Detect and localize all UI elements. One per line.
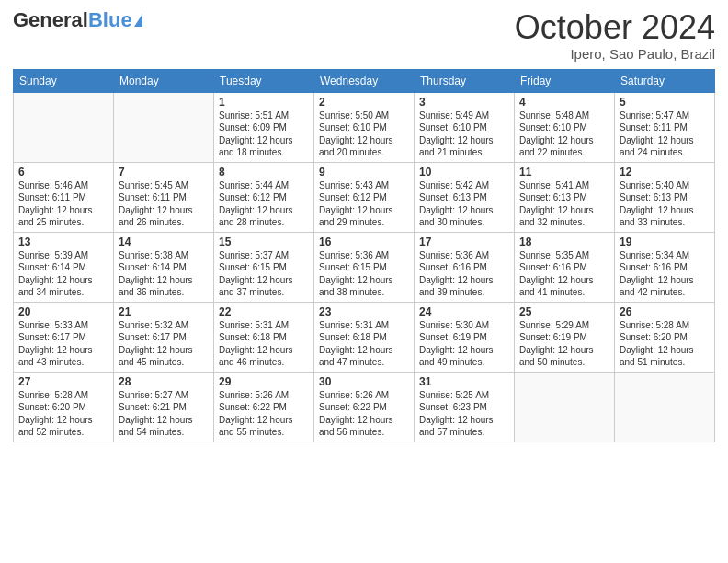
table-row xyxy=(615,372,715,442)
table-row: 8Sunrise: 5:44 AMSunset: 6:12 PMDaylight… xyxy=(214,162,314,232)
col-tuesday: Tuesday xyxy=(214,69,314,92)
day-content: Sunrise: 5:47 AMSunset: 6:11 PMDaylight:… xyxy=(620,109,710,159)
table-row: 5Sunrise: 5:47 AMSunset: 6:11 PMDaylight… xyxy=(615,92,715,162)
table-row: 10Sunrise: 5:42 AMSunset: 6:13 PMDayligh… xyxy=(415,162,515,232)
table-row: 26Sunrise: 5:28 AMSunset: 6:20 PMDayligh… xyxy=(615,302,715,372)
day-content: Sunrise: 5:25 AMSunset: 6:23 PMDaylight:… xyxy=(419,389,509,439)
day-content: Sunrise: 5:37 AMSunset: 6:15 PMDaylight:… xyxy=(219,249,309,299)
day-number: 25 xyxy=(519,305,609,318)
day-content: Sunrise: 5:26 AMSunset: 6:22 PMDaylight:… xyxy=(319,389,409,439)
day-number: 31 xyxy=(419,375,509,388)
day-content: Sunrise: 5:44 AMSunset: 6:12 PMDaylight:… xyxy=(219,179,309,229)
table-row: 11Sunrise: 5:41 AMSunset: 6:13 PMDayligh… xyxy=(515,162,615,232)
calendar-row: 13Sunrise: 5:39 AMSunset: 6:14 PMDayligh… xyxy=(14,232,715,302)
day-number: 16 xyxy=(319,236,409,248)
table-row: 18Sunrise: 5:35 AMSunset: 6:16 PMDayligh… xyxy=(515,232,615,302)
title-section: October 2024 Ipero, Sao Paulo, Brazil xyxy=(515,9,715,62)
day-number: 14 xyxy=(119,236,209,248)
calendar-header-row: Sunday Monday Tuesday Wednesday Thursday… xyxy=(14,69,715,92)
col-monday: Monday xyxy=(114,69,214,92)
table-row xyxy=(14,92,114,162)
day-number: 13 xyxy=(18,236,108,248)
day-number: 2 xyxy=(319,96,409,109)
day-content: Sunrise: 5:45 AMSunset: 6:11 PMDaylight:… xyxy=(119,179,209,229)
table-row: 29Sunrise: 5:26 AMSunset: 6:22 PMDayligh… xyxy=(214,372,314,442)
day-number: 4 xyxy=(519,96,609,109)
day-number: 6 xyxy=(18,166,108,178)
day-content: Sunrise: 5:31 AMSunset: 6:18 PMDaylight:… xyxy=(219,319,309,369)
day-content: Sunrise: 5:28 AMSunset: 6:20 PMDaylight:… xyxy=(18,389,108,439)
day-number: 1 xyxy=(219,96,309,109)
calendar-row: 6Sunrise: 5:46 AMSunset: 6:11 PMDaylight… xyxy=(14,162,715,232)
logo-text: GeneralBlue xyxy=(13,9,132,31)
day-content: Sunrise: 5:26 AMSunset: 6:22 PMDaylight:… xyxy=(219,389,309,439)
day-number: 12 xyxy=(620,166,710,178)
table-row: 9Sunrise: 5:43 AMSunset: 6:12 PMDaylight… xyxy=(314,162,415,232)
day-content: Sunrise: 5:28 AMSunset: 6:20 PMDaylight:… xyxy=(620,319,710,369)
day-number: 7 xyxy=(119,166,209,178)
day-content: Sunrise: 5:41 AMSunset: 6:13 PMDaylight:… xyxy=(519,179,609,229)
day-number: 17 xyxy=(419,236,509,248)
page-container: GeneralBlue October 2024 Ipero, Sao Paul… xyxy=(0,0,728,452)
table-row: 7Sunrise: 5:45 AMSunset: 6:11 PMDaylight… xyxy=(114,162,214,232)
table-row: 21Sunrise: 5:32 AMSunset: 6:17 PMDayligh… xyxy=(114,302,214,372)
day-number: 29 xyxy=(219,375,309,388)
table-row: 23Sunrise: 5:31 AMSunset: 6:18 PMDayligh… xyxy=(314,302,415,372)
col-sunday: Sunday xyxy=(14,69,114,92)
day-content: Sunrise: 5:36 AMSunset: 6:16 PMDaylight:… xyxy=(419,249,509,299)
day-number: 15 xyxy=(219,236,309,248)
day-number: 9 xyxy=(319,166,409,178)
calendar-row: 27Sunrise: 5:28 AMSunset: 6:20 PMDayligh… xyxy=(14,372,715,442)
calendar-row: 20Sunrise: 5:33 AMSunset: 6:17 PMDayligh… xyxy=(14,302,715,372)
table-row: 25Sunrise: 5:29 AMSunset: 6:19 PMDayligh… xyxy=(515,302,615,372)
table-row: 30Sunrise: 5:26 AMSunset: 6:22 PMDayligh… xyxy=(314,372,415,442)
day-content: Sunrise: 5:51 AMSunset: 6:09 PMDaylight:… xyxy=(219,109,309,159)
table-row xyxy=(114,92,214,162)
day-number: 23 xyxy=(319,305,409,318)
day-content: Sunrise: 5:27 AMSunset: 6:21 PMDaylight:… xyxy=(119,389,209,439)
table-row: 6Sunrise: 5:46 AMSunset: 6:11 PMDaylight… xyxy=(14,162,114,232)
table-row: 24Sunrise: 5:30 AMSunset: 6:19 PMDayligh… xyxy=(415,302,515,372)
day-content: Sunrise: 5:46 AMSunset: 6:11 PMDaylight:… xyxy=(18,179,108,229)
table-row: 19Sunrise: 5:34 AMSunset: 6:16 PMDayligh… xyxy=(615,232,715,302)
day-content: Sunrise: 5:35 AMSunset: 6:16 PMDaylight:… xyxy=(519,249,609,299)
calendar-row: 1Sunrise: 5:51 AMSunset: 6:09 PMDaylight… xyxy=(14,92,715,162)
page-header: GeneralBlue October 2024 Ipero, Sao Paul… xyxy=(13,9,715,62)
day-number: 21 xyxy=(119,305,209,318)
table-row: 12Sunrise: 5:40 AMSunset: 6:13 PMDayligh… xyxy=(615,162,715,232)
day-number: 19 xyxy=(620,236,710,248)
day-number: 11 xyxy=(519,166,609,178)
col-friday: Friday xyxy=(515,69,615,92)
day-content: Sunrise: 5:38 AMSunset: 6:14 PMDaylight:… xyxy=(119,249,209,299)
day-number: 8 xyxy=(219,166,309,178)
day-content: Sunrise: 5:40 AMSunset: 6:13 PMDaylight:… xyxy=(620,179,710,229)
day-content: Sunrise: 5:33 AMSunset: 6:17 PMDaylight:… xyxy=(18,319,108,369)
day-number: 24 xyxy=(419,305,509,318)
table-row: 16Sunrise: 5:36 AMSunset: 6:15 PMDayligh… xyxy=(314,232,415,302)
day-number: 28 xyxy=(119,375,209,388)
col-saturday: Saturday xyxy=(615,69,715,92)
table-row: 27Sunrise: 5:28 AMSunset: 6:20 PMDayligh… xyxy=(14,372,114,442)
day-number: 3 xyxy=(419,96,509,109)
day-content: Sunrise: 5:49 AMSunset: 6:10 PMDaylight:… xyxy=(419,109,509,159)
day-content: Sunrise: 5:29 AMSunset: 6:19 PMDaylight:… xyxy=(519,319,609,369)
day-number: 18 xyxy=(519,236,609,248)
day-number: 20 xyxy=(18,305,108,318)
day-content: Sunrise: 5:32 AMSunset: 6:17 PMDaylight:… xyxy=(119,319,209,369)
day-content: Sunrise: 5:34 AMSunset: 6:16 PMDaylight:… xyxy=(620,249,710,299)
day-number: 30 xyxy=(319,375,409,388)
table-row: 28Sunrise: 5:27 AMSunset: 6:21 PMDayligh… xyxy=(114,372,214,442)
day-number: 10 xyxy=(419,166,509,178)
location-text: Ipero, Sao Paulo, Brazil xyxy=(515,46,715,62)
logo-triangle-icon xyxy=(134,14,142,27)
calendar-table: Sunday Monday Tuesday Wednesday Thursday… xyxy=(13,69,715,442)
table-row: 1Sunrise: 5:51 AMSunset: 6:09 PMDaylight… xyxy=(214,92,314,162)
day-content: Sunrise: 5:31 AMSunset: 6:18 PMDaylight:… xyxy=(319,319,409,369)
table-row: 17Sunrise: 5:36 AMSunset: 6:16 PMDayligh… xyxy=(415,232,515,302)
table-row: 14Sunrise: 5:38 AMSunset: 6:14 PMDayligh… xyxy=(114,232,214,302)
table-row: 4Sunrise: 5:48 AMSunset: 6:10 PMDaylight… xyxy=(515,92,615,162)
day-number: 27 xyxy=(18,375,108,388)
col-thursday: Thursday xyxy=(415,69,515,92)
table-row: 31Sunrise: 5:25 AMSunset: 6:23 PMDayligh… xyxy=(415,372,515,442)
table-row: 15Sunrise: 5:37 AMSunset: 6:15 PMDayligh… xyxy=(214,232,314,302)
